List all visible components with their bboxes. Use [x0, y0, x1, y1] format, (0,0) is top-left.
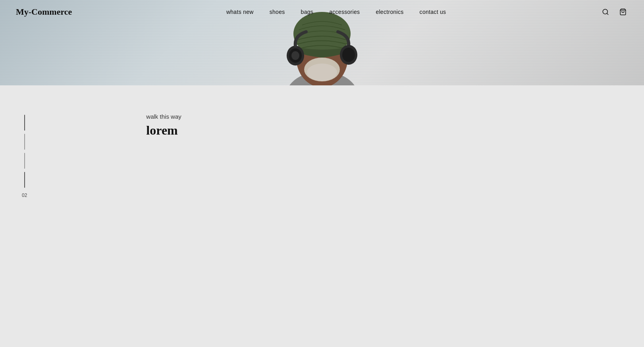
text-content-area: walk this way lorem: [27, 101, 181, 138]
progress-line-4: [24, 172, 25, 188]
progress-number: 02: [22, 193, 27, 198]
nav-bags[interactable]: bags: [301, 9, 314, 15]
progress-line-2: [24, 134, 25, 150]
cart-icon: [619, 8, 627, 15]
nav-whats-new[interactable]: whats new: [226, 9, 254, 15]
search-button[interactable]: [600, 7, 611, 17]
main-nav: whats new shoes bags accessories electro…: [226, 9, 446, 15]
progress-line-1: [24, 115, 25, 131]
nav-accessories[interactable]: accessories: [329, 9, 360, 15]
site-header: My-Commerce whats new shoes bags accesso…: [0, 0, 644, 23]
svg-point-17: [342, 48, 355, 62]
brand-logo[interactable]: My-Commerce: [16, 7, 72, 17]
nav-shoes[interactable]: shoes: [270, 9, 285, 15]
search-icon: [602, 8, 609, 15]
content-title: lorem: [146, 123, 181, 138]
brand-name: My-Commerce: [16, 7, 72, 17]
svg-line-1: [607, 13, 608, 14]
cart-button[interactable]: [618, 7, 628, 17]
content-subtitle: walk this way: [146, 113, 181, 120]
svg-point-7: [307, 64, 337, 81]
svg-point-15: [291, 51, 299, 60]
header-icon-group: [600, 7, 628, 17]
progress-line-3: [24, 153, 25, 169]
content-section: 02 walk this way lorem: [0, 85, 644, 347]
nav-electronics[interactable]: electronics: [376, 9, 403, 15]
nav-contact-us[interactable]: contact us: [420, 9, 446, 15]
progress-indicator: 02: [0, 101, 27, 198]
